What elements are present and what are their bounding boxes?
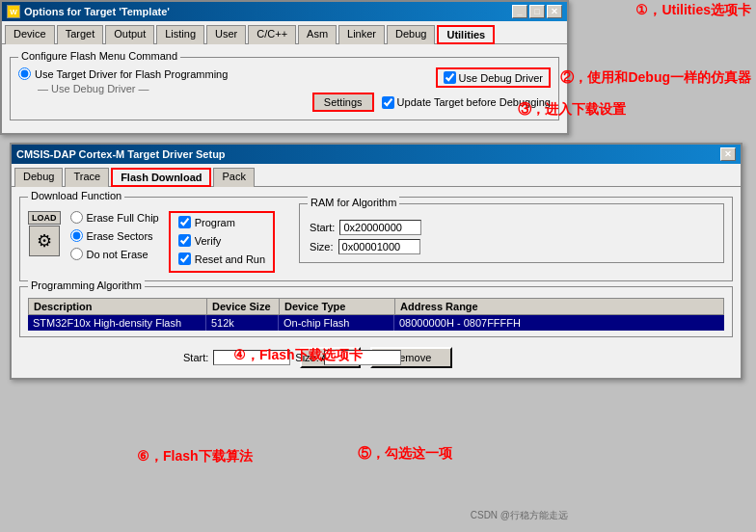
update-target-label: Update Target before Debugging (397, 96, 551, 108)
bottom-titlebar: CMSIS-DAP Cortex-M Target Driver Setup ✕ (12, 145, 741, 164)
start-field-label: Start: (183, 352, 208, 363)
size-field-input[interactable] (324, 350, 401, 365)
configure-flash-group: Configure Flash Menu Command Use Target … (10, 57, 559, 120)
options-checkbox-group: Program Verify Reset and Run (169, 211, 275, 273)
size-label: Size: (310, 241, 333, 253)
tab-asm[interactable]: Asm (298, 25, 337, 44)
header-type: Device Type (280, 299, 395, 314)
annotation-1: ①，Utilities选项卡 (635, 2, 751, 19)
configure-flash-title: Configure Flash Menu Command (18, 50, 180, 62)
tab-listing[interactable]: Listing (156, 25, 204, 44)
minimize-btn[interactable]: _ (512, 5, 527, 18)
start-field-input[interactable] (213, 350, 290, 365)
verify-checkbox[interactable] (178, 234, 191, 247)
load-label: LOAD (28, 211, 61, 225)
do-not-erase-label: Do not Erase (87, 249, 148, 260)
algo-table-row[interactable]: STM32F10x High-density Flash 512k On-chi… (28, 315, 724, 331)
bottom-close-btn[interactable]: ✕ (720, 147, 736, 161)
size-input[interactable] (338, 239, 420, 254)
close-top-btn[interactable]: ✕ (547, 5, 562, 18)
use-debug-driver-checkbox[interactable] (444, 71, 456, 84)
verify-label: Verify (195, 235, 222, 247)
program-checkbox[interactable] (178, 216, 191, 228)
do-not-erase-radio[interactable]: Do not Erase (70, 248, 159, 260)
tab-target[interactable]: Target (57, 25, 104, 44)
tab-flash-download[interactable]: Flash Download (111, 168, 211, 187)
erase-sectors-input[interactable] (70, 229, 83, 242)
tab-linker[interactable]: Linker (338, 25, 385, 44)
maximize-btn[interactable]: □ (529, 5, 545, 18)
erase-full-chip-label: Erase Full Chip (87, 212, 159, 224)
tab-pack[interactable]: Pack (213, 168, 254, 187)
tab-debug-bottom[interactable]: Debug (14, 168, 63, 187)
reset-run-checkbox[interactable] (178, 253, 191, 265)
tab-output[interactable]: Output (105, 25, 154, 44)
download-func-group: Download Function LOAD ⚙ Erase Full Chip… (19, 197, 733, 281)
use-debug-driver-checkbox-group: Use Debug Driver (436, 67, 551, 88)
radio-target-driver-input[interactable] (18, 67, 31, 80)
annotation-6: ⑥，Flash下载算法 (137, 448, 253, 466)
erase-sectors-label: Erase Sectors (87, 230, 153, 242)
size-field-label: Size: (295, 352, 318, 363)
row-size: 512k (206, 315, 279, 331)
top-window-content: Configure Flash Menu Command Use Target … (2, 44, 567, 133)
erase-sectors-radio[interactable]: Erase Sectors (70, 229, 159, 242)
download-func-title: Download Function (28, 190, 124, 201)
bottom-window-content: ④，Flash下载选项卡 Download Function LOAD ⚙ Er… (12, 187, 741, 378)
settings-button[interactable]: Settings (312, 93, 374, 112)
row-desc: STM32F10x High-density Flash (28, 315, 206, 331)
erase-full-chip-radio[interactable]: Erase Full Chip (70, 211, 159, 224)
annotation-2: ②，使用和Debug一样的仿真器 (560, 69, 751, 87)
csdn-watermark: CSDN @行稳方能走远 (471, 509, 568, 522)
header-addr: Address Range (395, 299, 723, 314)
tab-trace[interactable]: Trace (65, 168, 109, 187)
program-checkbox-row[interactable]: Program (178, 216, 265, 228)
row-type: On-chip Flash (279, 315, 394, 331)
load-img: ⚙ (29, 226, 60, 256)
tab-device[interactable]: Device (5, 25, 55, 44)
start-label: Start: (310, 222, 335, 233)
size-row: Size: (310, 239, 714, 254)
tab-user[interactable]: User (206, 25, 246, 44)
bottom-window: CMSIS-DAP Cortex-M Target Driver Setup ✕… (10, 143, 742, 380)
radio-target-driver-label: Use Target Driver for Flash Programming (35, 68, 228, 80)
tab-debug[interactable]: Debug (387, 25, 435, 44)
bottom-window-title: CMSIS-DAP Cortex-M Target Driver Setup (16, 148, 226, 160)
bottom-buttons-area: Start: Size: Add Remove (19, 342, 733, 373)
update-target-checkbox[interactable] (382, 96, 394, 109)
header-desc: Description (29, 299, 207, 314)
reset-run-checkbox-row[interactable]: Reset and Run (178, 253, 265, 265)
radio-use-target-driver[interactable]: Use Target Driver for Flash Programming (18, 67, 228, 80)
ram-group: RAM for Algorithm Start: Size: (299, 203, 724, 263)
top-titlebar: W Options for Target 'Template' _ □ ✕ (2, 2, 567, 21)
program-label: Program (195, 217, 235, 228)
ram-group-title: RAM for Algorithm (308, 197, 399, 208)
start-size-fields: Start: Size: (183, 350, 401, 365)
tab-cpp[interactable]: C/C++ (248, 25, 296, 44)
start-input[interactable] (339, 220, 421, 235)
do-not-erase-input[interactable] (70, 248, 83, 260)
load-icon-area: LOAD ⚙ (28, 211, 61, 256)
use-debug-driver-label: Use Debug Driver (459, 72, 543, 84)
debug-driver-text: — Use Debug Driver — (38, 83, 228, 94)
header-size: Device Size (207, 299, 280, 314)
top-window: W Options for Target 'Template' _ □ ✕ De… (0, 0, 569, 135)
bottom-tab-bar: Debug Trace Flash Download Pack (12, 164, 741, 187)
erase-radio-group: Erase Full Chip Erase Sectors Do not Era… (70, 211, 159, 263)
top-window-title: Options for Target 'Template' (24, 6, 170, 17)
erase-full-chip-input[interactable] (70, 211, 83, 224)
prog-algo-group: Programming Algorithm Description Device… (19, 286, 733, 337)
algo-table-header: Description Device Size Device Type Addr… (28, 298, 724, 315)
verify-checkbox-row[interactable]: Verify (178, 234, 265, 247)
reset-run-label: Reset and Run (195, 253, 265, 265)
start-row: Start: (310, 220, 714, 235)
title-icon: W (7, 5, 20, 18)
annotation-5: ⑤，勾选这一项 (358, 445, 452, 463)
row-addr: 08000000H - 0807FFFFH (394, 315, 724, 331)
tab-utilities[interactable]: Utilities (437, 25, 495, 44)
top-tab-bar: Device Target Output Listing User C/C++ … (2, 21, 567, 44)
prog-algo-title: Programming Algorithm (28, 279, 145, 291)
